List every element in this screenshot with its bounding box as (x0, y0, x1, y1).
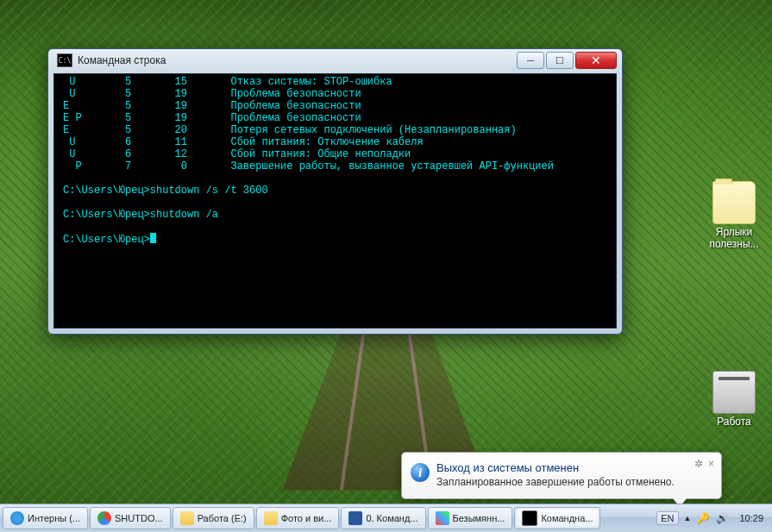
terminal-text: U 5 15 Отказ системы: STOP-ошибка U 5 19… (54, 74, 616, 247)
tray-expand-icon[interactable]: ▲ (684, 514, 692, 523)
desktop-icon-shortcuts[interactable]: Ярлыки полезны... (701, 181, 767, 250)
taskbar-item-label: Работа (E:) (198, 513, 247, 523)
drive-icon (712, 371, 756, 414)
taskbar-item[interactable]: Командна... (514, 507, 600, 529)
taskbar-item-label: SHUTDO... (115, 513, 163, 523)
minimize-button[interactable]: ─ (517, 52, 544, 69)
folder-icon (264, 511, 278, 525)
info-icon: i (411, 463, 430, 482)
cmd-icon (522, 510, 537, 526)
folder-icon (180, 511, 194, 525)
desktop-icon-label: Работа (701, 416, 767, 428)
taskbar-item[interactable]: Работа (E:) (173, 507, 254, 529)
command-prompt-window[interactable]: C:\ Командная строка ─ ☐ ✕ U 5 15 Отказ … (47, 48, 623, 335)
cmd-icon: C:\ (57, 53, 72, 67)
desktop: Ярлыки полезны... Работа C:\ Командная с… (0, 0, 772, 532)
paint-icon (436, 511, 449, 525)
taskbar-item[interactable]: Фото и ви... (256, 507, 340, 529)
tray-icon-key[interactable]: 🔑 (696, 511, 710, 525)
folder-icon (712, 181, 756, 224)
desktop-icon-work-drive[interactable]: Работа (701, 371, 767, 428)
word-icon (348, 511, 362, 525)
notification-balloon[interactable]: i ✲ × Выход из системы отменен Запланиро… (401, 452, 722, 499)
titlebar[interactable]: C:\ Командная строка ─ ☐ ✕ (48, 49, 622, 72)
taskbar-clock[interactable]: 10:29 (734, 513, 769, 523)
balloon-title: Выход из системы отменен (436, 461, 711, 474)
ie-icon (10, 511, 24, 525)
balloon-close-icon[interactable]: × (708, 458, 714, 470)
balloon-options-icon[interactable]: ✲ (694, 458, 703, 470)
desktop-icon-label: Ярлыки полезны... (701, 226, 767, 250)
balloon-body: Запланированное завершение работы отмене… (436, 476, 711, 488)
chrome-icon (97, 511, 111, 525)
taskbar-item-label: Командна... (541, 513, 593, 523)
taskbar-item-label: Безымянн... (453, 513, 505, 523)
system-tray[interactable]: EN ▲ 🔑 🔊 10:29 (653, 504, 772, 532)
close-button[interactable]: ✕ (575, 52, 617, 69)
taskbar-item[interactable]: Интерны (... (3, 507, 88, 529)
taskbar-item[interactable]: Безымянн... (428, 507, 513, 529)
maximize-button[interactable]: ☐ (546, 52, 574, 69)
taskbar-item-label: 0. Команд... (366, 513, 417, 523)
taskbar-item[interactable]: 0. Команд... (341, 507, 425, 529)
terminal-viewport[interactable]: U 5 15 Отказ системы: STOP-ошибка U 5 19… (53, 73, 617, 329)
taskbar-item[interactable]: SHUTDO... (90, 507, 171, 529)
taskbar-items: Интерны (...SHUTDO...Работа (E:)Фото и в… (0, 504, 653, 532)
window-title: Командная строка (78, 54, 517, 66)
taskbar[interactable]: Интерны (...SHUTDO...Работа (E:)Фото и в… (0, 504, 772, 532)
tray-icon-volume[interactable]: 🔊 (715, 511, 729, 525)
language-indicator[interactable]: EN (656, 511, 678, 525)
taskbar-item-label: Интерны (... (28, 513, 80, 523)
taskbar-item-label: Фото и ви... (281, 513, 332, 523)
